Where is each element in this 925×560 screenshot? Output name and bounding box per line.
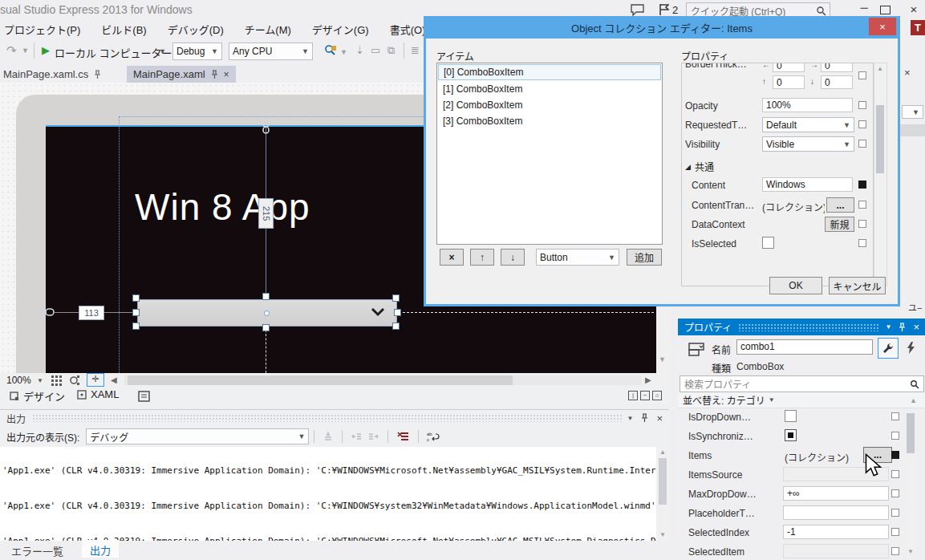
split-vertical-icon[interactable]: | — [628, 391, 638, 400]
target-dropdown-icon[interactable]: ▼ — [159, 47, 166, 55]
solution-explorer-close-icon[interactable]: × — [904, 67, 911, 79]
pin-icon[interactable] — [641, 413, 648, 423]
tab-error-list[interactable]: エラー一覧 — [11, 543, 63, 558]
resize-handle-n[interactable] — [262, 293, 270, 300]
remove-item-button[interactable]: × — [440, 249, 464, 266]
prop-field[interactable] — [783, 544, 889, 558]
visibility-combobox[interactable]: Visible▼ — [762, 136, 854, 152]
tab-xaml[interactable]: XAML — [77, 388, 119, 400]
redo-icon[interactable]: ↷ — [6, 43, 17, 58]
clear-all-icon[interactable] — [397, 431, 409, 442]
search-icon[interactable] — [816, 6, 826, 16]
items-listbox[interactable]: [0] ComboBoxItem [1] ComboBoxItem [2] Co… — [436, 63, 663, 245]
prop-field[interactable] — [783, 505, 889, 520]
hscroll-thumb[interactable] — [128, 375, 513, 385]
close-panel-icon[interactable]: × — [913, 321, 919, 333]
solution-explorer-search-sliver[interactable]: ▼ — [902, 105, 923, 119]
thickness-top-field[interactable]: 0 — [773, 75, 805, 89]
menu-project[interactable]: プロジェクト(P) — [0, 22, 91, 37]
tab-mainpage-xaml-cs[interactable]: MainPage.xaml.cs — [3, 66, 101, 83]
tab-design[interactable]: デザイン — [10, 388, 65, 404]
dialog-close-button[interactable]: × — [869, 18, 896, 35]
notification-count[interactable]: 2 — [672, 4, 678, 16]
zoom-dropdown-icon[interactable]: ▼ — [37, 377, 43, 384]
prop-marker[interactable] — [891, 451, 899, 459]
pin-icon[interactable] — [94, 70, 101, 79]
configuration-combobox[interactable]: Debug▼ — [172, 43, 222, 60]
thickness-bottom-field[interactable]: 0 — [821, 75, 853, 89]
scroll-left-icon[interactable]: ◀ — [111, 375, 117, 384]
output-titlebar[interactable]: 出力 ▼ × — [0, 410, 669, 426]
feedback-icon[interactable] — [631, 4, 644, 16]
prop-field[interactable]: -1 — [783, 525, 889, 539]
cancel-button[interactable]: キャンセル — [829, 277, 886, 294]
resize-handle-s[interactable] — [262, 324, 270, 331]
zoom-level[interactable]: 100% — [6, 375, 31, 386]
search-icon[interactable] — [910, 379, 919, 389]
prop-marker[interactable] — [858, 140, 866, 148]
resize-handle-se[interactable] — [392, 323, 400, 330]
tab-output[interactable]: 出力 — [82, 540, 119, 558]
split-horizontal-icon[interactable]: − — [640, 391, 650, 400]
opacity-field[interactable]: 100% — [762, 98, 853, 112]
sort-row[interactable]: 並べ替え: カテゴリ ▼ ▲ — [678, 392, 925, 408]
prop-marker[interactable] — [891, 528, 899, 536]
requestedtheme-combobox[interactable]: Default▼ — [762, 117, 854, 132]
output-source-combobox[interactable]: デバッグ▼ — [86, 428, 309, 444]
prop-marker[interactable] — [858, 220, 866, 228]
prop-marker[interactable] — [891, 489, 899, 497]
collapse-pane-icon[interactable]: ⌂ — [652, 391, 662, 400]
resize-handle-ne[interactable] — [392, 294, 400, 302]
menu-team[interactable]: チーム(M) — [234, 22, 302, 37]
list-item[interactable]: [3] ComboBoxItem — [437, 113, 662, 129]
props-vscrollbar[interactable]: ▼ — [905, 408, 916, 558]
prop-marker[interactable] — [891, 432, 899, 440]
prop-marker[interactable] — [891, 547, 899, 555]
word-wrap-icon[interactable]: abc — [427, 431, 440, 442]
tab-mainpage-xaml[interactable]: MainPage.xaml × — [127, 66, 236, 83]
prop-marker[interactable] — [858, 120, 866, 128]
scroll-down-icon[interactable]: ▼ — [659, 355, 666, 363]
output-text-area[interactable]: 'App1.exe' (CLR v4.0.30319: Immersive Ap… — [0, 447, 656, 541]
list-item[interactable]: [1] ComboBoxItem — [437, 81, 662, 97]
events-view-button[interactable] — [901, 338, 920, 357]
margin-chain-icon[interactable] — [37, 306, 55, 318]
prop-field[interactable]: +∞ — [783, 486, 889, 501]
resize-handle-nw[interactable] — [132, 294, 140, 302]
find-icon[interactable] — [324, 44, 337, 57]
resize-handle-sw[interactable] — [132, 323, 140, 330]
scroll-up-icon[interactable]: ▲ — [877, 65, 883, 72]
resize-handle-e[interactable] — [394, 309, 401, 316]
pin-icon[interactable] — [211, 70, 218, 79]
close-window-button[interactable]: × — [903, 2, 924, 16]
common-section-header[interactable]: ◢ 共通 — [685, 160, 714, 173]
list-item-selected[interactable]: [0] ComboBoxItem — [438, 64, 661, 80]
search-properties-box[interactable]: 検索プロパティ — [680, 375, 924, 392]
redo-dropdown-icon[interactable]: ▼ — [22, 47, 29, 55]
prop-marker[interactable] — [891, 470, 899, 478]
isselected-checkbox[interactable] — [762, 237, 774, 249]
dialog-titlebar[interactable]: Object コレクション エディター: Items — [424, 16, 900, 39]
close-panel-icon[interactable]: × — [656, 412, 663, 424]
find-dropdown-icon[interactable]: ▼ — [340, 48, 347, 56]
platform-combobox[interactable]: Any CPU▼ — [229, 43, 313, 60]
list-item[interactable]: [2] ComboBoxItem — [437, 97, 662, 113]
window-position-icon[interactable]: ▼ — [627, 415, 633, 422]
debug-target-label[interactable]: ローカル コンピューター — [55, 45, 172, 60]
thickness-right-field[interactable]: 0 — [821, 63, 853, 72]
properties-view-button[interactable] — [878, 338, 899, 359]
move-up-button[interactable]: ↑ — [470, 249, 494, 266]
prop-marker[interactable] — [858, 181, 866, 189]
prop-marker[interactable] — [891, 412, 899, 420]
minimize-button[interactable]: ─ — [854, 2, 874, 14]
prop-marker[interactable] — [858, 101, 866, 109]
close-tab-icon[interactable]: × — [224, 69, 229, 80]
item-type-combobox[interactable]: Button▼ — [536, 249, 619, 266]
prop-checkbox-filled[interactable] — [785, 429, 797, 441]
window-position-icon[interactable]: ▼ — [885, 323, 891, 331]
scroll-right-icon[interactable]: ▶ — [645, 375, 651, 384]
notification-flag-icon[interactable] — [659, 4, 669, 15]
menu-debug[interactable]: デバッグ(D) — [157, 22, 234, 37]
output-vscrollbar[interactable]: ▲ ▼ — [656, 447, 669, 541]
menu-build[interactable]: ビルド(B) — [91, 22, 156, 37]
